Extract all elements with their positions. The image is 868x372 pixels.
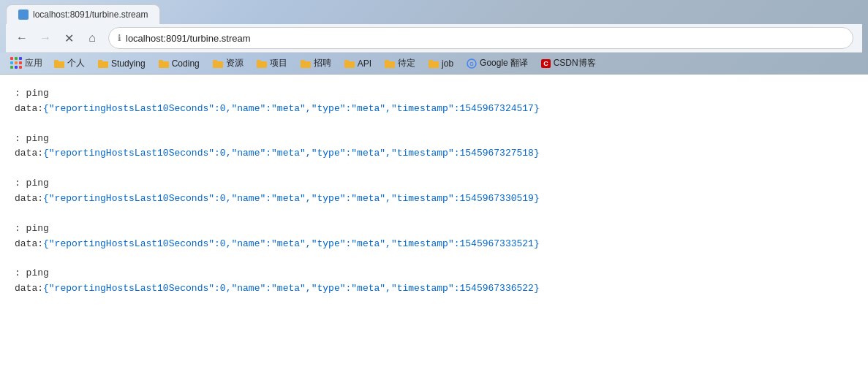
svg-rect-9: [257, 60, 261, 62]
sse-block-3: : ping data: {"reportingHostsLast10Secon…: [15, 176, 853, 207]
apps-grid-icon: [10, 57, 23, 69]
browser-chrome: localhost:8091/turbine.stream ← → ✕ ⌂ ℹ …: [0, 0, 868, 53]
bookmark-coding-label: Coding: [172, 58, 200, 69]
ping-label-3: : ping: [15, 176, 853, 191]
forward-button[interactable]: →: [35, 28, 56, 48]
svg-rect-4: [159, 61, 169, 68]
svg-rect-6: [213, 61, 223, 68]
bookmark-zhaopin-label: 招聘: [314, 57, 331, 69]
bookmark-csdn-label: CSDN博客: [554, 57, 596, 69]
data-prefix-1: data:: [15, 102, 43, 117]
bookmark-xiangmu[interactable]: 项目: [251, 56, 293, 71]
ping-label-4: : ping: [15, 221, 853, 237]
tab-label: localhost:8091/turbine.stream: [33, 10, 148, 20]
data-line-3: data: {"reportingHostsLast10Seconds":0,"…: [15, 191, 853, 207]
active-tab[interactable]: localhost:8091/turbine.stream: [6, 4, 160, 24]
sse-block-5: : ping data: {"reportingHostsLast10Secon…: [15, 266, 853, 297]
bookmark-daiding[interactable]: 待定: [379, 56, 421, 71]
folder-icon: [301, 59, 311, 68]
data-value-1: {"reportingHostsLast10Seconds":0,"name":…: [43, 102, 540, 117]
bookmark-zhaopin[interactable]: 招聘: [295, 56, 337, 71]
bookmark-geren[interactable]: 个人: [48, 56, 91, 71]
tab-bar: localhost:8091/turbine.stream: [6, 4, 862, 24]
svg-rect-13: [344, 60, 349, 62]
sse-block-2: : ping data: {"reportingHostsLast10Secon…: [15, 132, 853, 162]
bookmark-xiangmu-label: 项目: [270, 57, 287, 69]
svg-text:G: G: [469, 61, 474, 67]
address-text: localhost:8091/turbine.stream: [126, 33, 251, 44]
bookmark-geren-label: 个人: [67, 57, 85, 69]
bookmark-daiding-label: 待定: [398, 57, 415, 69]
data-line-2: data: {"reportingHostsLast10Seconds":0,"…: [15, 146, 853, 162]
svg-rect-1: [54, 60, 59, 62]
bookmark-api[interactable]: API: [339, 57, 377, 70]
data-prefix-3: data:: [15, 191, 43, 207]
svg-rect-8: [257, 61, 267, 68]
folder-icon: [385, 59, 395, 68]
folder-icon: [257, 59, 267, 68]
data-value-4: {"reportingHostsLast10Seconds":0,"name":…: [43, 237, 540, 252]
ping-label-1: : ping: [15, 86, 853, 102]
tab-favicon: [18, 10, 29, 20]
sse-block-4: : ping data: {"reportingHostsLast10Secon…: [15, 221, 853, 252]
csdn-icon: C: [541, 59, 551, 68]
svg-rect-10: [301, 61, 311, 68]
bookmark-google-label: Google 翻译: [480, 57, 528, 69]
bookmark-google[interactable]: G Google 翻译: [461, 56, 534, 71]
data-line-1: data: {"reportingHostsLast10Seconds":0,"…: [15, 102, 853, 117]
bookmark-api-label: API: [358, 58, 371, 69]
svg-rect-16: [429, 61, 439, 68]
folder-icon: [213, 59, 223, 68]
nav-bar: ← → ✕ ⌂ ℹ localhost:8091/turbine.stream: [6, 24, 862, 53]
sse-block-1: : ping data: {"reportingHostsLast10Secon…: [15, 86, 853, 117]
back-button[interactable]: ←: [12, 28, 32, 48]
bookmark-studying[interactable]: Studying: [92, 57, 151, 70]
svg-rect-0: [54, 61, 64, 68]
apps-label: 应用: [25, 57, 42, 69]
home-button[interactable]: ⌂: [82, 28, 102, 48]
close-button[interactable]: ✕: [59, 28, 79, 48]
folder-icon: [54, 59, 64, 68]
bookmark-job-label: job: [442, 58, 453, 69]
data-prefix-2: data:: [15, 146, 43, 162]
svg-rect-15: [385, 60, 389, 62]
bookmark-ziyuan-label: 资源: [226, 57, 244, 69]
bookmark-studying-label: Studying: [111, 58, 146, 69]
apps-button[interactable]: 应用: [6, 56, 47, 71]
svg-rect-14: [385, 61, 395, 68]
data-prefix-4: data:: [15, 237, 43, 252]
data-prefix-5: data:: [15, 281, 43, 297]
google-icon: G: [467, 58, 477, 69]
bookmark-coding[interactable]: Coding: [153, 57, 205, 70]
content-area: : ping data: {"reportingHostsLast10Secon…: [0, 75, 868, 367]
folder-icon: [159, 59, 169, 68]
ping-label-2: : ping: [15, 132, 853, 147]
folder-icon: [98, 59, 108, 68]
folder-icon: [429, 59, 439, 68]
data-value-5: {"reportingHostsLast10Seconds":0,"name":…: [43, 281, 540, 297]
bookmark-ziyuan[interactable]: 资源: [207, 56, 249, 71]
bookmark-job[interactable]: job: [423, 57, 459, 70]
data-value-2: {"reportingHostsLast10Seconds":0,"name":…: [43, 146, 540, 162]
folder-icon: [344, 59, 355, 68]
svg-rect-7: [213, 60, 217, 62]
svg-rect-5: [159, 60, 163, 62]
svg-rect-17: [429, 60, 433, 62]
svg-rect-11: [301, 60, 305, 62]
bookmarks-bar: 应用 个人 Studying Coding 资源: [0, 53, 868, 75]
svg-rect-12: [344, 61, 355, 68]
address-bar[interactable]: ℹ localhost:8091/turbine.stream: [108, 27, 853, 49]
bookmark-csdn[interactable]: C CSDN博客: [535, 56, 602, 71]
svg-rect-2: [98, 61, 108, 68]
ping-label-5: : ping: [15, 266, 853, 281]
data-line-4: data: {"reportingHostsLast10Seconds":0,"…: [15, 237, 853, 252]
data-value-3: {"reportingHostsLast10Seconds":0,"name":…: [43, 191, 540, 207]
info-icon: ℹ: [118, 33, 121, 43]
data-line-5: data: {"reportingHostsLast10Seconds":0,"…: [15, 281, 853, 297]
svg-rect-3: [98, 60, 102, 62]
